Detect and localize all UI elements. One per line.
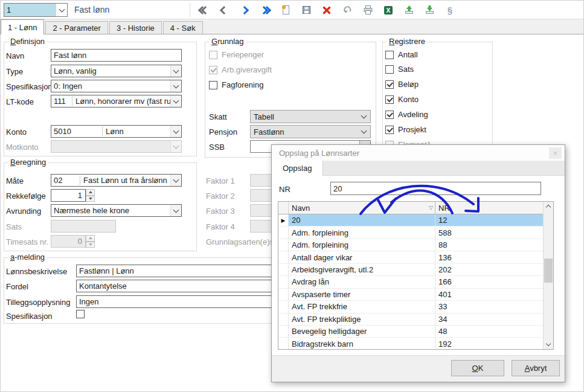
belop-checkbox[interactable] [385,80,394,89]
send-button[interactable] [403,4,415,17]
cancel-button[interactable]: Avbryt [512,360,560,376]
spesifikasjon-dropdown-button[interactable] [170,80,181,92]
konto-checkbox[interactable] [385,95,394,104]
cell-navn[interactable]: 20 [289,214,435,226]
table-row[interactable]: Adm. forpleining 88 [278,239,543,251]
column-header-navn[interactable]: Navn ▽ [289,202,435,214]
tab-historie[interactable]: 3 - Historie [109,21,162,34]
paragraph-icon: § [448,5,452,15]
cell-navn[interactable]: Arbeidsgiveravgift, utl.2 [289,264,435,275]
lt-kode-select[interactable]: 111 Lønn, honorarer mv (fast rut [51,95,182,108]
chevron-down-icon [173,97,179,103]
skatt-select[interactable]: Tabell [250,110,371,123]
table-row[interactable]: Bevegelig helligdager 48 [278,326,543,338]
tab-oppslag[interactable]: Oppslag [272,161,323,176]
lonnsbeskrivelse-label: Lønnsbeskrivelse [6,267,67,276]
sats-checkbox[interactable] [385,65,394,74]
motkonto-label: Motkonto [6,143,38,152]
avrunding-select[interactable]: Nærmeste hele krone [51,204,182,217]
table-row[interactable]: ▶ 20 12 [278,214,543,227]
spesifikasjon-select[interactable]: 0: Ingen [51,80,182,92]
receive-button[interactable] [423,4,435,17]
cell-nr[interactable]: 166 [435,276,543,288]
dialog-close-button[interactable]: × [549,147,562,159]
cell-navn[interactable]: Avt. FP trekkpliktige [289,313,435,325]
mate-dropdown-button[interactable] [170,175,181,186]
cell-nr[interactable]: 192 [435,338,543,349]
spin-down-button[interactable] [86,196,95,202]
cell-nr[interactable]: 136 [435,251,543,263]
table-row[interactable]: Avspaserte timer 401 [278,289,543,301]
rekkefolge-input[interactable]: 1 [51,189,86,202]
cell-nr[interactable]: 588 [435,227,543,238]
new-record-button[interactable] [280,4,292,17]
table-row[interactable]: Avt. FP trekkfrie 33 [278,301,543,313]
lt-kode-dropdown-button[interactable] [170,95,181,107]
cell-nr[interactable]: 12 [435,214,543,226]
cell-nr[interactable]: 202 [435,264,543,275]
avdeling-checkbox[interactable] [385,111,394,119]
tab-sok[interactable]: 4 - Søk [163,21,203,34]
table-row[interactable]: Arbeidsgiveravgift, utl.2 202 [278,264,543,276]
save-button[interactable] [300,4,312,17]
row-selector-header [278,202,289,214]
amelding-spesifikasjon-checkbox[interactable] [76,310,85,318]
scroll-down-button[interactable] [544,339,553,349]
timesats-label: Timesats nr. [6,237,48,246]
cell-nr[interactable]: 48 [435,326,543,337]
record-number-combo[interactable]: 1 [4,3,68,17]
type-select[interactable]: Lønn, vanlig [51,65,182,77]
cell-navn[interactable]: Bevegelig helligdager [289,326,435,337]
table-row[interactable]: Antall dager vikar 136 [278,251,543,263]
nr-input[interactable]: 20 [330,182,541,195]
cell-navn[interactable]: Adm. forpleining [289,227,435,238]
table-row[interactable]: Adm. forpleining 588 [278,227,543,239]
last-record-button[interactable] [259,4,271,17]
tab-parameter[interactable]: 2 - Parameter [45,21,107,34]
delete-button[interactable] [321,4,333,17]
table-row[interactable]: Avt. FP trekkpliktige 34 [278,313,543,326]
cell-navn[interactable]: Avt. FP trekkfrie [289,301,435,312]
avdeling-checkbox-row: Avdeling [385,110,428,119]
cell-nr[interactable]: 401 [435,289,543,300]
tab-lonn[interactable]: 1 - Lønn [1,19,44,34]
table-row[interactable]: Avdrag lån 166 [278,276,543,288]
cell-navn[interactable]: Adm. forpleining [289,239,435,251]
navn-input[interactable]: Fast lønn [51,49,182,62]
mate-select[interactable]: 02 Fast Lønn ut fra årslønn [51,174,182,187]
cell-nr[interactable]: 34 [435,313,543,325]
chevron-up-icon [546,205,551,210]
first-record-button[interactable] [197,4,210,17]
cell-navn[interactable]: Antall dager vikar [289,251,435,263]
fagforening-checkbox[interactable] [209,81,217,89]
cell-navn[interactable]: Avspaserte timer [289,289,435,300]
paragraph-button[interactable]: § [444,4,456,17]
vertical-scrollbar[interactable] [543,202,553,349]
next-record-button[interactable] [239,4,251,17]
prosjekt-checkbox[interactable] [385,126,394,134]
cell-nr[interactable]: 33 [435,301,543,312]
antall-checkbox[interactable] [385,51,394,59]
column-header-nr[interactable]: NR [435,202,543,214]
avrunding-dropdown-button[interactable] [170,205,181,216]
cell-navn[interactable]: Bidragstrekk barn [289,338,435,349]
chevron-down-icon [59,6,65,12]
scroll-up-button[interactable] [544,202,553,211]
undo-button[interactable] [341,4,353,17]
pensjon-select[interactable]: Fastlønn [250,125,371,138]
cell-nr[interactable]: 88 [435,239,543,251]
table-row[interactable]: Bidragstrekk barn 192 [278,338,543,349]
sort-indicator-icon[interactable]: ▽ [429,205,433,211]
spin-up-button[interactable] [86,189,95,196]
cell-navn[interactable]: Avdrag lån [289,276,435,288]
type-dropdown-button[interactable] [170,65,181,77]
record-combo-dropdown-button[interactable] [56,4,67,16]
konto-dropdown-button[interactable] [170,126,181,137]
scrollbar-thumb[interactable] [544,259,553,283]
export-excel-button[interactable]: X [382,4,394,17]
print-button[interactable] [362,4,374,17]
previous-record-button[interactable] [218,4,230,17]
ok-button[interactable]: OK [451,360,504,376]
konto-select[interactable]: 5010 Lønn [51,125,182,138]
konto-checkbox-row: Konto [385,95,419,104]
